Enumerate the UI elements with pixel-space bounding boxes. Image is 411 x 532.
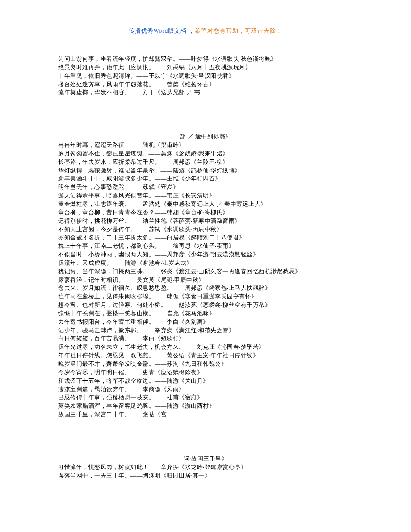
poetry-line: 往年同在鸾桥上，见倚朱阑咏柳绵。——韩偓《寒食日重游李氏园亭有怀》 — [58, 293, 353, 301]
poetry-block-3: 可惜流年，忧愁风雨，树犹如此！——辛弃疾《水龙吟·登建康赏心亭》 误落尘网中，一… — [58, 463, 353, 480]
poetry-line: 不知天上宫阙，今夕是何年。——苏轼《水调歌头·丙辰中秋》 — [58, 226, 353, 234]
poetry-line: 故国三千里，深宫二十年。——张祜《宫 — [58, 411, 353, 419]
poetry-line: 误落尘网中，一去三十年。——陶渊明《归园田居·其一》 — [58, 472, 353, 480]
poetry-line: 年年社日停针线。怎忍见、双飞燕。——黄公绍《青玉案·年年社日停针线》 — [58, 352, 353, 360]
header-text-blue: 传播优秀Word版文档 ， — [129, 27, 195, 34]
poetry-line: 明年岂无年，心事恐蹉跎。——苏轼《守岁》 — [58, 183, 353, 192]
poetry-line: 已忍伶俜十年事，强移栖息一枝安。——杜甫《宿府》 — [58, 394, 353, 402]
poetry-line: 露蓼香泾，记年时相识。——吴文英《尾犯·甲辰中秋》 — [58, 276, 353, 285]
poetry-line: 枕上十年事，江南二老忧，都到心头。——徐再思《水仙子·夜雨》 — [58, 242, 353, 251]
poetry-line: 白日何短短，百年苦易满。——李白《短歌行》 — [58, 335, 353, 343]
poetry-line: 记得别伊时，桃花柳万丝。——纳兰性德《菩萨蛮·新寒中酒敲窗雨》 — [58, 217, 353, 226]
poetry-line: 记少年、骏马走韩卢，掀东郭。——辛弃疾《满江红·和范先之雪》 — [58, 327, 353, 335]
continuation-line: 词·故国三千里》 — [58, 455, 353, 463]
poetry-line: 亦知合被才名折，二十三年折太多。——白居易《醉赠刘二十八使君》 — [58, 234, 353, 242]
poetry-line: 楼台处处迷芳草，风雨年年怨落花。——曾棨《维扬怀古》 — [58, 80, 353, 89]
poetry-line: 莫笑农家腊酒浑，丰年留客足鸡豚。——陆游《游山西村》 — [58, 402, 353, 411]
poetry-line: 流年莫虚掷，华发不相容。——方干《送从兄郜 ／ 韦 — [58, 88, 353, 97]
poetry-line: 晚岁登门最不才，萧萧华发映金罍。——苏洵《九日和韩魏公》 — [58, 360, 353, 369]
header-text-orange: 希望对您有帮助，可双击去除！ — [195, 27, 282, 34]
poetry-line: 可惜流年，忧愁风雨，树犹如此！——辛弃疾《水龙吟·登建康赏心亭》 — [58, 463, 353, 472]
poetry-line: 为问山翁何事，坐看流年轻度，拚却鬓双华。——叶梦得《水调歌头·秋色渐将晚》 — [58, 55, 353, 63]
poetry-line: 叹年光过尽，功名未立，书生老去，机会方来。——刘克庄《沁园春·梦孚若》 — [58, 343, 353, 352]
poetry-line: 叹流年、又成虚度。——陆游《谢池春·壮岁从戎》 — [58, 259, 353, 268]
poetry-line: 十年重见，依旧秀色照清眸。——王以宁《水调歌头·呈汉阳使君》 — [58, 72, 353, 80]
poetry-line: 章台柳，章台柳，昔日青青今在否？——韩翃《章台柳·寄柳氏》 — [58, 209, 353, 217]
poetry-line: 新丰美酒斗十千，咸阳游侠多少年。——王维《少年行四首》 — [58, 175, 353, 183]
poetry-line: 犹记得、当年深隐，门掩两三株。——张炎《渡江云·山阴久客一再逢春回忆西杭渺然愁思… — [58, 268, 353, 276]
document-header: 传播优秀Word版文档 ，希望对您有帮助，可双击去除！ — [58, 27, 353, 35]
poetry-line: 凄凉宝剑篇，羁泊欲穷年。——李商隐《风雨》 — [58, 385, 353, 394]
poetry-block-2: 冉冉年时暮，迢迢天路征。——陆机《梁甫吟》 岁月匆匆留不住，鬓已星星堪镊。——吴… — [58, 141, 353, 419]
poetry-line: 黄金燃桂尽，壮志逐年衰。——孟浩然《秦中感秋寄远上人 ／ 秦中寄远上人》 — [58, 200, 353, 209]
poetry-line: 岁月匆匆留不住，鬓已星星堪镊。——吴渊《念奴娇·我来牛渚》 — [58, 150, 353, 158]
poetry-line: 和戎诏下十五年，将军不战空临边。——陆游《关山月》 — [58, 377, 353, 385]
continuation-line: 郜 ／ 途中别孙璐》 — [58, 133, 353, 141]
poetry-line: 游人记得承平事，暗喜风光似昔年。——韦庄《长安清明》 — [58, 192, 353, 200]
poetry-line: 不似当时，小桥冲雨，幽恨两人知。——周邦彦《少年游·朝云漠漠散轻丝》 — [58, 251, 353, 259]
poetry-line: 慷慨十年长剑在，登楼一笑暮山横。——崔允《花马池咏》 — [58, 310, 353, 318]
poetry-line: 去年寄书报阳台，今年寄书重相催。——李白《久别离》 — [58, 318, 353, 327]
poetry-line: 今岁今宵尽，明年明日催。——史青《应诏赋得除夜》 — [58, 369, 353, 377]
poetry-line: 想今宵、也对新月，过轻寒、何处小桥。——赵汝茪《恋绣衾·柳丝空有千万条》 — [58, 301, 353, 310]
poetry-line: 念去来、岁月如流，徘徊久、叹息愁思盈。——周邦彦《绮寮怨·上马人扶残醉》 — [58, 284, 353, 293]
poetry-line: 华灯纵博，雕鞍驰射，谁记当年豪举。——陆游《鹊桥仙·华灯纵博》 — [58, 167, 353, 175]
poetry-line: 长亭路，年去岁来，应折柔条过千尺。——周邦彦《兰陵王·柳》 — [58, 158, 353, 167]
poetry-line: 冉冉年时暮，迢迢天路征。——陆机《梁甫吟》 — [58, 141, 353, 150]
poetry-line: 绝景良时难再并，他年此日应惆怅。——刘禹锡《八月十五夜桃源玩月》 — [58, 63, 353, 72]
poetry-block-1: 为问山翁何事，坐看流年轻度，拚却鬓双华。——叶梦得《水调歌头·秋色渐将晚》 绝景… — [58, 55, 353, 97]
